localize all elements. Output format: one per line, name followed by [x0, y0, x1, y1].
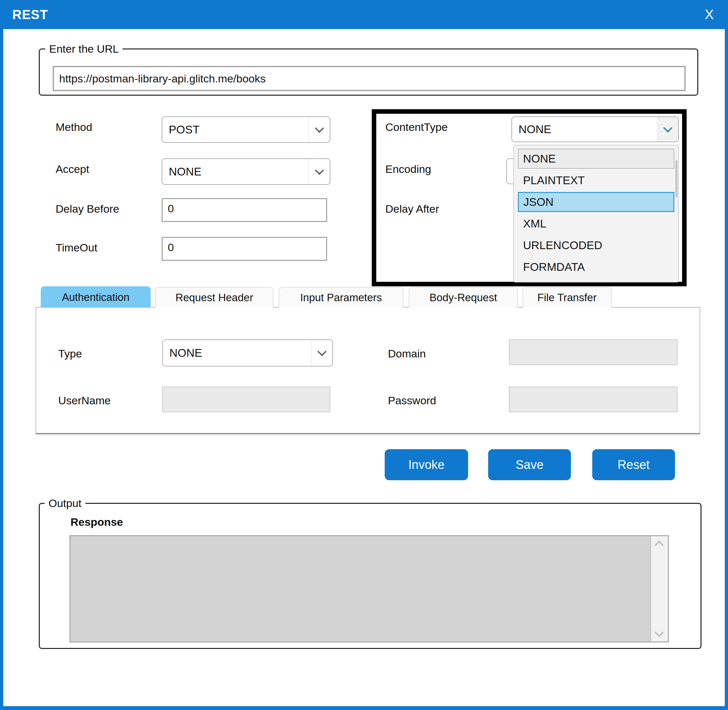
tab-request-header[interactable]: Request Header	[155, 287, 273, 308]
contenttype-value: NONE	[512, 117, 657, 142]
contenttype-dropdown-list: NONE PLAINTEXT JSON XML URLENCODED FORMD…	[513, 145, 679, 282]
dropdown-option-xml[interactable]: XML	[518, 214, 674, 234]
url-input[interactable]: https://postman-library-api.glitch.me/bo…	[53, 66, 685, 91]
dropdown-option-plaintext[interactable]: PLAINTEXT	[518, 170, 674, 190]
chevron-down-icon	[317, 347, 326, 356]
response-textarea[interactable]	[69, 535, 669, 643]
method-dropdown-button[interactable]	[308, 117, 330, 142]
username-input[interactable]	[162, 386, 330, 412]
auth-type-select[interactable]: NONE	[162, 339, 333, 367]
timeout-input[interactable]: 0	[161, 237, 327, 261]
delay-before-label: Delay Before	[56, 202, 119, 215]
window-title: REST	[12, 7, 48, 22]
output-group-legend: Output	[45, 497, 85, 510]
save-button[interactable]: Save	[488, 449, 571, 480]
delay-after-label: Delay After	[385, 202, 439, 215]
chevron-down-icon	[315, 166, 324, 175]
delay-before-input[interactable]: 0	[161, 198, 327, 222]
reset-button[interactable]: Reset	[592, 449, 675, 480]
auth-type-value: NONE	[163, 340, 311, 366]
dropdown-option-json[interactable]: JSON	[518, 192, 674, 212]
accept-dropdown-button[interactable]	[308, 159, 330, 184]
delay-before-value: 0	[168, 202, 174, 215]
chevron-down-icon	[663, 123, 672, 132]
timeout-label: TimeOut	[56, 241, 97, 254]
contenttype-label: ContentType	[385, 121, 448, 133]
scroll-down-icon[interactable]	[655, 628, 664, 637]
close-button[interactable]: X	[705, 7, 714, 22]
method-select[interactable]: POST	[161, 116, 330, 143]
dropdown-option-none[interactable]: NONE	[518, 149, 674, 169]
tab-input-parameters[interactable]: Input Parameters	[279, 287, 404, 308]
url-value: https://postman-library-api.glitch.me/bo…	[59, 72, 266, 85]
domain-label: Domain	[388, 348, 426, 360]
response-label: Response	[70, 516, 123, 528]
dropdown-scrollbar[interactable]	[675, 160, 678, 198]
invoke-button[interactable]: Invoke	[385, 449, 468, 480]
dropdown-option-formdata[interactable]: FORMDATA	[518, 257, 674, 277]
scroll-up-icon[interactable]	[655, 541, 664, 550]
password-label: Password	[388, 394, 436, 407]
domain-input[interactable]	[509, 339, 678, 365]
authentication-panel	[35, 307, 700, 434]
method-label: Method	[56, 121, 92, 133]
encoding-label: Encoding	[385, 163, 431, 176]
tab-authentication[interactable]: Authentication	[41, 286, 151, 308]
url-group-legend: Enter the URL	[45, 43, 123, 55]
username-label: UserName	[58, 394, 110, 407]
contenttype-dropdown-button[interactable]	[657, 117, 678, 142]
accept-select[interactable]: NONE	[161, 158, 330, 185]
tab-body-request[interactable]: Body-Request	[409, 287, 518, 308]
response-scrollbar[interactable]	[650, 536, 668, 641]
auth-type-dropdown-button[interactable]	[311, 340, 332, 366]
timeout-value: 0	[168, 241, 174, 254]
method-value: POST	[162, 117, 308, 142]
accept-value: NONE	[162, 159, 308, 184]
auth-type-label: Type	[58, 348, 82, 360]
password-input[interactable]	[509, 386, 678, 412]
title-bar: REST X	[0, 0, 728, 29]
tab-file-transfer[interactable]: File Transfer	[523, 287, 612, 308]
accept-label: Accept	[56, 163, 89, 176]
chevron-down-icon	[315, 124, 324, 133]
rest-dialog: REST X Enter the URL https://postman-lib…	[0, 0, 728, 710]
contenttype-select[interactable]: NONE	[511, 116, 679, 142]
dropdown-option-urlencoded[interactable]: URLENCODED	[518, 235, 674, 255]
